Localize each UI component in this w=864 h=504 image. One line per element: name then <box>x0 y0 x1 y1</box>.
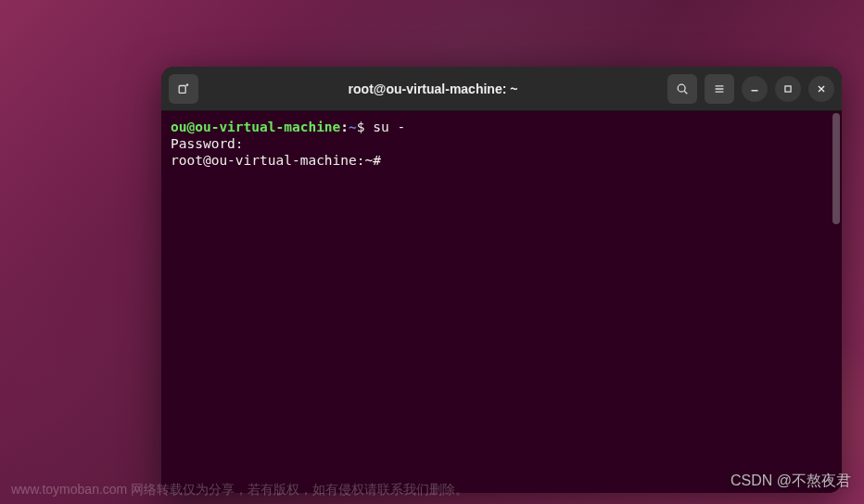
scrollbar-thumb[interactable] <box>832 113 840 224</box>
minimize-button[interactable] <box>742 76 768 102</box>
close-button[interactable] <box>808 76 834 102</box>
new-tab-button[interactable] <box>169 74 198 104</box>
window-title: root@ou-virtual-machine: ~ <box>204 82 662 96</box>
command-text: su - <box>373 120 405 134</box>
svg-rect-0 <box>179 85 185 93</box>
watermark-bottom-left: www.toymoban.com 网络转载仅为分享，若有版权，如有侵权请联系我们… <box>11 482 468 498</box>
maximize-button[interactable] <box>775 76 801 102</box>
svg-rect-2 <box>785 85 791 91</box>
watermark-bottom-right: CSDN @不熬夜君 <box>731 472 851 491</box>
search-button[interactable] <box>667 74 697 104</box>
prompt-symbol: $ <box>357 120 373 134</box>
prompt-path: ~ <box>349 120 357 134</box>
svg-point-1 <box>678 84 685 92</box>
prompt-colon: : <box>340 120 349 134</box>
prompt-user-host: ou@ou-virtual-machine <box>171 120 340 134</box>
terminal-window: root@ou-virtual-machine: ~ ou@ou-virtual… <box>161 67 842 493</box>
password-prompt: Password: <box>171 136 251 151</box>
terminal-body[interactable]: ou@ou-virtual-machine:~$ su - Password: … <box>161 111 842 493</box>
root-prompt: root@ou-virtual-machine:~# <box>171 153 389 168</box>
titlebar: root@ou-virtual-machine: ~ <box>161 67 842 111</box>
menu-button[interactable] <box>705 74 734 104</box>
